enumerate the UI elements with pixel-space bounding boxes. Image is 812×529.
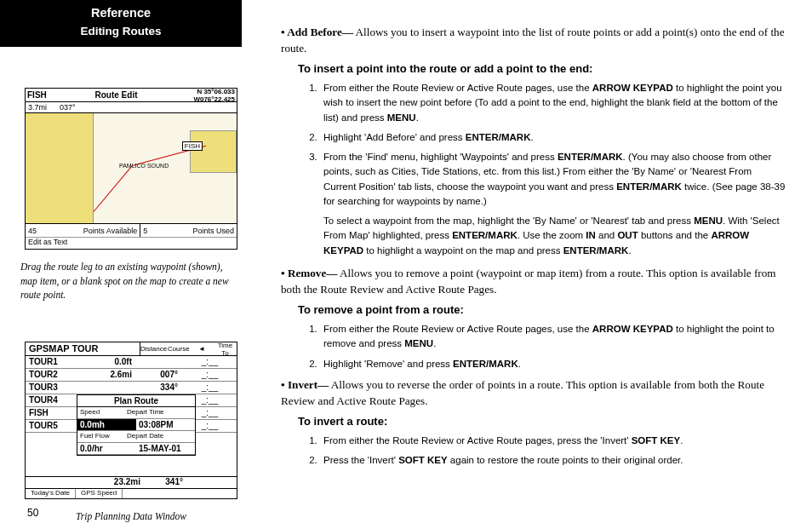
figure-trip-planning: GPSMAP TOUR Distance Course ◄ Time To TO…: [25, 342, 237, 499]
heading-invert-route: To invert a route:: [298, 414, 786, 430]
table-row: TOUR22.6mi007°_:__: [26, 369, 237, 382]
fig2-plan-route-popup: Plan Route SpeedDepart Time 0.0mh03:08PM…: [77, 394, 196, 456]
fig2-title: GPSMAP TOUR: [26, 342, 140, 355]
table-row: TOUR10.0ft_:__: [26, 356, 237, 369]
fig1-bearing: 037°: [60, 103, 76, 112]
figure2-caption: Trip Planning Data Window: [19, 509, 243, 524]
fig1-nav-label: FISH: [26, 90, 55, 100]
figure1-caption: Drag the route leg to an existing waypoi…: [19, 260, 243, 302]
fig1-waypoint-fish: FISH: [182, 141, 203, 151]
fig1-edit-as-text: Edit as Text: [26, 237, 237, 247]
fig1-title: Route Edit: [55, 90, 177, 100]
header-title: Reference: [3, 6, 238, 20]
section-header: Reference Editing Routes: [0, 0, 242, 47]
fig1-distance: 3.7mi: [28, 103, 47, 112]
page-number: 50: [27, 507, 38, 519]
heading-insert-point: To insert a point into the route or add …: [298, 61, 786, 78]
fig1-sound-label: PAMLICO SOUND: [119, 163, 169, 169]
table-row: TOUR3334°_:__: [26, 382, 237, 394]
fig1-coords: N 35°06.033 W076°22.425: [177, 88, 237, 103]
main-content: • Add Before— Allows you to insert a way…: [255, 0, 812, 529]
fig1-map: FISH PAMLICO SOUND 45Points Available 5P…: [26, 113, 237, 237]
steps-invert-route: From either the Route Review or Active R…: [320, 434, 786, 469]
steps-remove-point: From either the Route Review or Active R…: [320, 322, 786, 371]
steps-insert-point: From either the Route Review or Active R…: [320, 81, 786, 209]
heading-remove-point: To remove a point from a route:: [298, 302, 786, 319]
header-subtitle: Editing Routes: [3, 25, 238, 37]
figure-route-edit: FISH Route Edit N 35°06.033 W076°22.425 …: [25, 88, 237, 250]
